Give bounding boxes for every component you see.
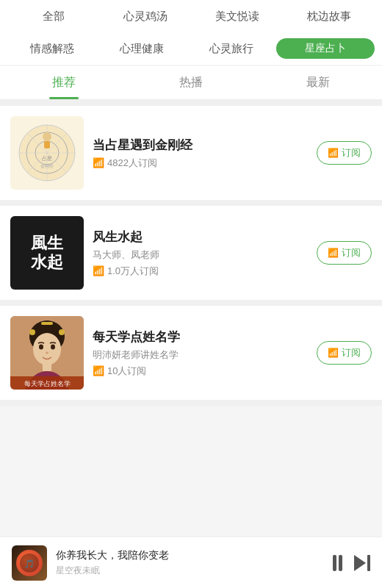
player-info: 你养我长大，我陪你变老 星空夜未眠 [56, 549, 324, 577]
card-info-1: 当占星遇到金刚经 📶 4822人订阅 [93, 137, 308, 170]
card-subtitle-2: 马大师、凤老师 [93, 248, 308, 262]
fengshui-text: 風生 水起 [31, 234, 63, 273]
card-title-2: 风生水起 [93, 229, 308, 245]
rss-btn-icon-2: 📶 [328, 248, 339, 258]
card-subscribers-2: 📶 1.0万人订阅 [93, 265, 308, 278]
card-info-2: 风生水起 马大师、凤老师 📶 1.0万人订阅 [93, 229, 308, 278]
card-subscribers-3: 📶 10人订阅 [93, 365, 308, 378]
svg-point-16 [33, 333, 61, 365]
category-row-2: 情感解惑 心理健康 心灵旅行 星座占卜 [7, 32, 375, 65]
svg-point-7 [43, 132, 51, 141]
category-emotional[interactable]: 情感解惑 [7, 37, 97, 60]
rss-icon-2: 📶 [93, 265, 104, 276]
category-mental-health[interactable]: 心理健康 [97, 37, 187, 60]
svg-text:每天学占姓名学: 每天学占姓名学 [24, 380, 71, 387]
next-button[interactable] [354, 555, 370, 571]
card-thumbnail-2[interactable]: 風生 水起 [10, 216, 84, 290]
astro-wheel-icon: 占星 金刚经 [18, 123, 76, 182]
rss-icon-1: 📶 [93, 157, 104, 168]
content-tabs: 推荐 热播 最新 [0, 66, 382, 100]
tab-newest[interactable]: 最新 [255, 66, 382, 99]
svg-rect-8 [44, 141, 50, 148]
svg-point-14 [59, 329, 65, 335]
svg-point-18 [51, 345, 55, 350]
player-thumb-inner: 🎵 [16, 550, 43, 576]
category-spirit-travel[interactable]: 心灵旅行 [187, 37, 276, 60]
pause-bar-left [333, 555, 336, 571]
list-item: 占星 金刚经 当占星遇到金刚经 📶 4822人订阅 📶 订阅 [0, 106, 382, 200]
svg-rect-15 [41, 322, 53, 325]
category-all[interactable]: 全部 [7, 5, 99, 28]
player-thumbnail[interactable]: 🎵 [12, 545, 47, 581]
player-title: 你养我长大，我陪你变老 [56, 549, 324, 562]
svg-point-13 [29, 329, 35, 335]
pause-bar-right [339, 555, 342, 571]
rss-btn-icon-3: 📶 [328, 348, 339, 358]
content-list: 占星 金刚经 当占星遇到金刚经 📶 4822人订阅 📶 订阅 風生 水起 风生水… [0, 100, 382, 406]
list-item: 每天学占姓名学 每天学点姓名学 明沛妍老师讲姓名学 📶 10人订阅 📶 订阅 [0, 306, 382, 400]
svg-text:金刚经: 金刚经 [40, 164, 54, 168]
category-astrology[interactable]: 星座占卜 [276, 38, 375, 59]
card-thumbnail-1[interactable]: 占星 金刚经 [10, 116, 84, 190]
svg-rect-20 [43, 364, 51, 371]
player-cover-icon: 🎵 [19, 553, 40, 573]
subscribe-button-2[interactable]: 📶 订阅 [317, 241, 372, 265]
rss-btn-icon-1: 📶 [328, 148, 339, 158]
next-triangle [354, 555, 366, 571]
subscribe-button-1[interactable]: 📶 订阅 [317, 141, 372, 165]
category-bedtime-story[interactable]: 枕边故事 [283, 5, 375, 28]
svg-point-19 [46, 352, 48, 354]
card-title-3: 每天学点姓名学 [93, 329, 308, 345]
card-title-1: 当占星遇到金刚经 [93, 137, 308, 154]
card-subscribers-1: 📶 4822人订阅 [93, 157, 308, 170]
category-row-1: 全部 心灵鸡汤 美文悦读 枕边故事 [7, 0, 375, 32]
subscribe-button-3[interactable]: 📶 订阅 [317, 341, 372, 365]
pause-button[interactable] [333, 555, 342, 571]
tab-hot[interactable]: 热播 [127, 66, 254, 99]
tab-recommend[interactable]: 推荐 [0, 66, 127, 99]
rss-icon-3: 📶 [93, 365, 104, 376]
category-nav: 全部 心灵鸡汤 美文悦读 枕边故事 情感解惑 心理健康 心灵旅行 星座占卜 [0, 0, 382, 65]
card-thumbnail-3[interactable]: 每天学占姓名学 [10, 316, 84, 390]
card-subtitle-3: 明沛妍老师讲姓名学 [93, 348, 308, 362]
player-subtitle: 星空夜未眠 [56, 564, 324, 577]
player-controls [333, 555, 370, 571]
svg-text:🎵: 🎵 [24, 558, 35, 568]
person-portrait-icon: 每天学占姓名学 [10, 316, 84, 390]
card-info-3: 每天学点姓名学 明沛妍老师讲姓名学 📶 10人订阅 [93, 329, 308, 378]
list-item: 風生 水起 风生水起 马大师、凤老师 📶 1.0万人订阅 📶 订阅 [0, 206, 382, 300]
category-chicken-soup[interactable]: 心灵鸡汤 [99, 5, 191, 28]
pause-icon [333, 555, 342, 571]
svg-text:占星: 占星 [42, 156, 52, 161]
next-icon [354, 555, 370, 571]
next-bar [367, 555, 370, 571]
category-beautiful-reading[interactable]: 美文悦读 [191, 5, 283, 28]
bottom-player: 🎵 你养我长大，我陪你变老 星空夜未眠 [0, 537, 382, 588]
svg-point-17 [39, 345, 43, 350]
